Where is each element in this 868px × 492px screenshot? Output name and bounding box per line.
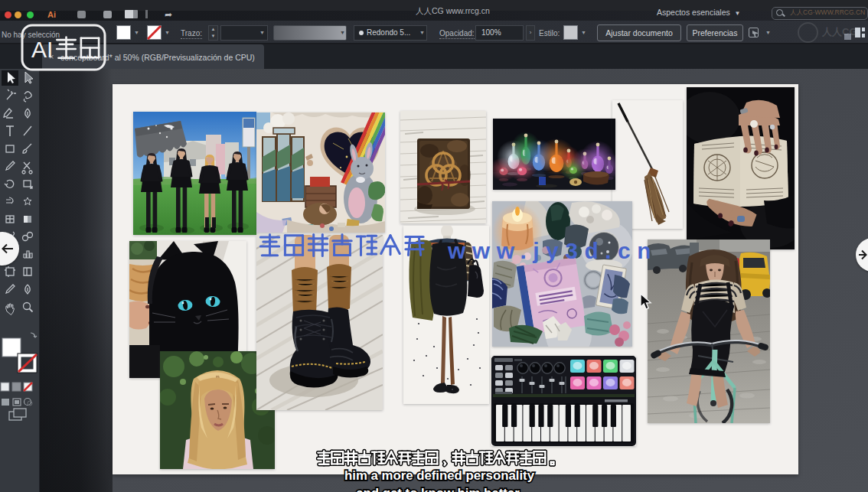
svg-text:and get to know him better: and get to know him better	[356, 486, 520, 492]
svg-text:www.jy3d.cn: www.jy3d.cn	[447, 238, 658, 263]
svg-text:AI: AI	[31, 37, 53, 62]
svg-text:him a more defined personality: him a more defined personality	[344, 468, 535, 483]
